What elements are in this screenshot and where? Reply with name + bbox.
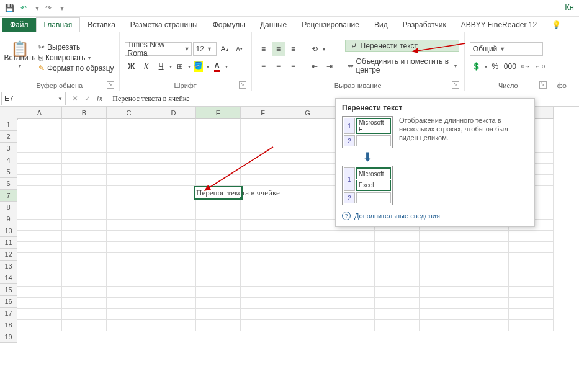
cell[interactable] [375,298,420,309]
cell[interactable] [196,309,241,320]
cell[interactable] [17,220,62,231]
cell[interactable] [420,320,464,331]
font-launcher-icon[interactable]: ↘ [239,81,246,89]
column-header[interactable]: A [17,107,62,119]
cell[interactable] [107,119,151,130]
cell[interactable] [196,253,241,264]
row-header[interactable]: 1 [0,119,17,131]
cell[interactable] [464,231,509,242]
cell[interactable] [62,287,107,298]
cell[interactable] [285,175,330,186]
tooltip-more-link[interactable]: ? Дополнительные сведения [342,212,528,220]
cell[interactable] [62,186,107,197]
cell[interactable] [285,298,330,309]
enter-icon[interactable]: ✓ [84,94,91,103]
cell[interactable] [151,220,196,231]
cell[interactable] [107,208,151,220]
tab-review[interactable]: Рецензирование [294,18,367,32]
select-all-corner[interactable] [0,107,18,120]
cell[interactable] [420,231,464,242]
cell[interactable] [17,141,62,153]
cell[interactable] [464,298,509,309]
font-size-combo[interactable]: 12▼ [193,42,217,56]
cell[interactable] [241,208,285,220]
tab-page-layout[interactable]: Разметка страницы [123,18,205,32]
cell[interactable] [330,242,375,253]
cell[interactable] [196,275,241,287]
cell[interactable] [62,175,107,186]
row-header[interactable]: 9 [0,213,17,225]
cell[interactable] [285,309,330,320]
cell[interactable] [151,175,196,186]
clipboard-launcher-icon[interactable]: ↘ [107,81,114,89]
cell[interactable] [107,309,151,320]
column-header[interactable]: C [107,107,151,119]
cell[interactable] [17,164,62,175]
cell[interactable] [375,231,420,242]
row-header[interactable]: 5 [0,166,17,178]
cell[interactable] [330,320,375,331]
cell[interactable] [62,264,107,275]
cell[interactable] [420,287,464,298]
row-header[interactable]: 19 [0,331,17,343]
cell[interactable] [330,253,375,264]
cell[interactable] [17,175,62,186]
cell[interactable] [285,119,330,130]
decrease-decimal-button[interactable]: ←.0 [533,60,547,73]
cell[interactable] [62,220,107,231]
increase-decimal-button[interactable]: .0→ [518,60,532,73]
cancel-icon[interactable]: ✕ [72,94,78,103]
cell[interactable] [330,309,375,320]
cell[interactable] [17,197,62,208]
name-box[interactable]: E7 ▼ [1,92,66,105]
font-name-combo[interactable]: Times New Roma▼ [125,42,192,56]
cell[interactable] [17,275,62,287]
fill-color-button[interactable]: 🪣 [192,60,205,73]
cell[interactable] [509,253,554,264]
cell[interactable] [107,287,151,298]
alignment-launcher-icon[interactable]: ↘ [452,81,459,89]
row-header[interactable]: 14 [0,272,17,284]
align-right-button[interactable]: ≡ [287,60,300,73]
cell[interactable] [107,130,151,141]
row-header[interactable]: 7 [0,190,17,202]
align-top-button[interactable]: ≡ [257,42,271,56]
cell[interactable] [375,320,420,331]
cell[interactable] [285,208,330,220]
cell[interactable] [285,275,330,287]
row-header[interactable]: 18 [0,319,17,331]
column-header[interactable]: B [62,107,107,119]
cell[interactable] [151,264,196,275]
cell[interactable] [151,208,196,220]
cell[interactable] [107,197,151,208]
tab-data[interactable]: Данные [253,18,294,32]
cell[interactable] [151,275,196,287]
cell[interactable] [241,231,285,242]
cell[interactable] [62,231,107,242]
cell[interactable] [196,130,241,141]
number-launcher-icon[interactable]: ↘ [539,81,547,89]
row-header[interactable]: 12 [0,249,17,261]
cell[interactable] [17,119,62,130]
decrease-indent-button[interactable]: ⇤ [308,60,321,73]
cell[interactable] [196,231,241,242]
cell[interactable] [464,320,509,331]
row-header[interactable]: 10 [0,225,17,237]
cell[interactable] [196,287,241,298]
cell[interactable] [17,208,62,220]
align-center-button[interactable]: ≡ [272,60,285,73]
cell[interactable] [241,220,285,231]
paste-button[interactable]: 📋 Вставить ▼ [5,35,35,81]
cell[interactable] [285,130,330,141]
cell[interactable] [285,231,330,242]
cell[interactable] [151,130,196,141]
row-header[interactable]: 6 [0,178,17,190]
cell[interactable] [151,119,196,130]
row-header[interactable]: 8 [0,202,17,213]
cell[interactable] [62,130,107,141]
cell[interactable] [509,275,554,287]
cell[interactable] [62,197,107,208]
cell[interactable] [17,264,62,275]
cell[interactable] [17,253,62,264]
cell[interactable] [107,275,151,287]
